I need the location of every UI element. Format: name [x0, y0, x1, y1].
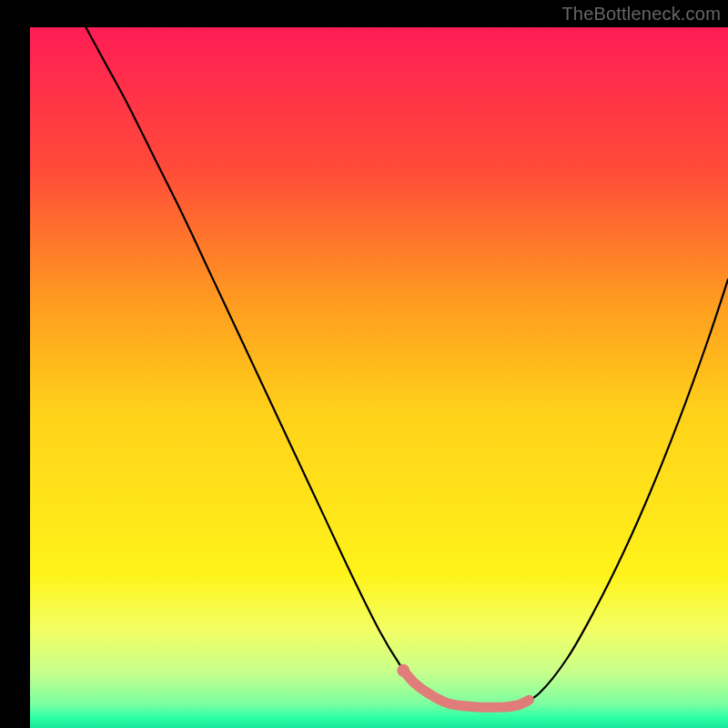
plot-background	[30, 27, 728, 728]
attribution-label: TheBottleneck.com	[561, 4, 721, 25]
chart-container: TheBottleneck.com	[0, 0, 728, 728]
bottleneck-curve-plot	[0, 0, 728, 728]
highlight-dot	[397, 664, 410, 677]
